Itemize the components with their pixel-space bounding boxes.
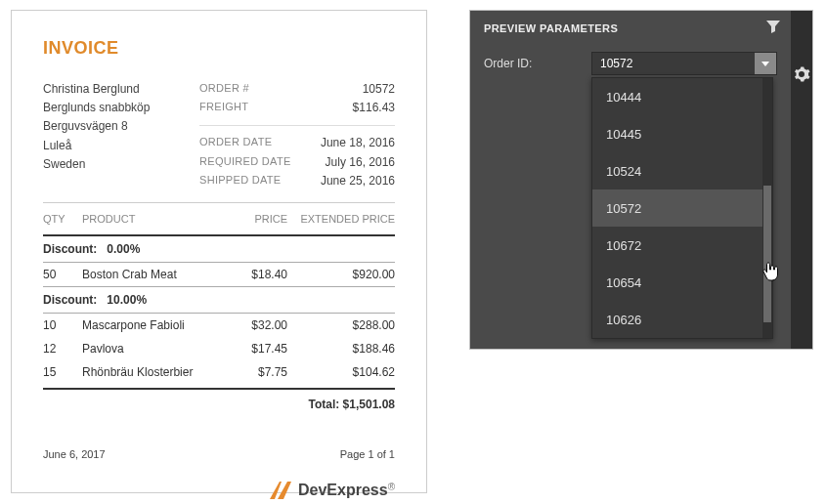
order-id-dropdown: 10444 10445 10524 10572 10672 10654 1062… — [591, 77, 773, 339]
gear-icon — [793, 65, 810, 83]
invoice-meta: Christina Berglund Berglunds snabbköp Be… — [43, 80, 395, 190]
order-date-value: June 18, 2016 — [321, 134, 395, 152]
line-ext: $288.00 — [287, 318, 395, 332]
freight-label: FREIGHT — [199, 99, 248, 117]
line-qty: 15 — [43, 365, 82, 379]
order-num-value: 10572 — [363, 80, 395, 99]
footer-page: Page 1 of 1 — [340, 448, 395, 460]
dropdown-option-selected[interactable]: 10572 — [592, 189, 762, 227]
order-id-label: Order ID: — [484, 57, 582, 70]
dropdown-list: 10444 10445 10524 10572 10672 10654 1062… — [592, 78, 762, 338]
order-id-field: Order ID: — [484, 52, 777, 75]
dropdown-option[interactable]: 10626 — [592, 301, 762, 338]
col-extended: EXTENDED PRICE — [287, 213, 395, 225]
dropdown-option[interactable]: 10654 — [592, 264, 762, 301]
line-qty: 12 — [43, 342, 82, 356]
discount-label: Discount: — [43, 242, 97, 256]
invoice-document: INVOICE Christina Berglund Berglunds sna… — [11, 10, 427, 493]
line-price: $17.45 — [219, 342, 287, 356]
col-qty: QTY — [43, 213, 82, 225]
line-ext: $188.46 — [287, 342, 395, 356]
svg-marker-2 — [761, 62, 769, 66]
line-ext: $104.62 — [287, 365, 395, 379]
panel-title: PREVIEW PARAMETERS — [484, 22, 777, 34]
shipped-date-label: SHIPPED DATE — [199, 172, 281, 190]
discount-row: Discount: 0.00% — [43, 236, 395, 262]
discount-value: 0.00% — [107, 242, 140, 256]
line-item-headers: QTY PRODUCT PRICE EXTENDED PRICE — [43, 203, 395, 231]
filter-icon[interactable] — [765, 19, 781, 37]
line-product: Rhönbräu Klosterbier — [82, 365, 219, 379]
order-num-label: ORDER # — [199, 80, 249, 99]
required-date-label: REQUIRED DATE — [199, 153, 291, 172]
col-price: PRICE — [219, 213, 287, 225]
line-item: 50 Boston Crab Meat $18.40 $920.00 — [43, 263, 395, 286]
order-id-input[interactable] — [592, 53, 755, 74]
brand-text: DevExpress — [298, 482, 388, 498]
dropdown-scrollbar[interactable] — [762, 78, 772, 338]
discount-row: Discount: 10.00% — [43, 287, 395, 313]
chevron-down-icon — [761, 62, 769, 66]
line-price: $18.40 — [219, 268, 287, 281]
combo-dropdown-button[interactable] — [755, 53, 776, 74]
discount-value: 10.00% — [107, 293, 147, 307]
line-qty: 50 — [43, 268, 82, 281]
freight-value: $116.43 — [353, 99, 395, 117]
customer-company: Berglunds snabbköp — [43, 99, 190, 117]
customer-block: Christina Berglund Berglunds snabbköp Be… — [43, 80, 190, 190]
line-product: Pavlova — [82, 342, 219, 356]
side-rail — [791, 11, 812, 349]
col-product: PRODUCT — [82, 213, 219, 225]
order-meta-block: ORDER #10572 FREIGHT$116.43 ORDER DATEJu… — [199, 80, 395, 190]
order-id-combo[interactable] — [591, 52, 777, 75]
settings-button[interactable] — [793, 65, 810, 86]
preview-parameters-panel: PREVIEW PARAMETERS Order ID: 10444 10445… — [469, 10, 813, 350]
total-label: Total: — [308, 398, 339, 411]
devexpress-icon — [270, 482, 291, 499]
dropdown-option[interactable]: 10444 — [592, 78, 762, 115]
customer-city: Luleå — [43, 137, 190, 155]
shipped-date-value: June 25, 2016 — [321, 172, 395, 190]
footer-date: June 6, 2017 — [43, 448, 106, 460]
discount-label: Discount: — [43, 293, 97, 307]
line-price: $7.75 — [219, 365, 287, 379]
required-date-value: July 16, 2016 — [326, 153, 395, 172]
brand-logo: DevExpress® — [43, 482, 395, 499]
dropdown-option[interactable]: 10445 — [592, 115, 762, 152]
dropdown-option[interactable]: 10524 — [592, 152, 762, 189]
line-item: 10 Mascarpone Fabioli $32.00 $288.00 — [43, 314, 395, 337]
line-price: $32.00 — [219, 318, 287, 332]
line-qty: 10 — [43, 318, 82, 332]
customer-street: Berguvsvägen 8 — [43, 117, 190, 136]
line-item: 15 Rhönbräu Klosterbier $7.75 $104.62 — [43, 360, 395, 384]
line-item: 12 Pavlova $17.45 $188.46 — [43, 337, 395, 360]
invoice-heading: INVOICE — [43, 38, 395, 59]
order-date-label: ORDER DATE — [199, 134, 272, 152]
invoice-footer: June 6, 2017 Page 1 of 1 — [43, 448, 395, 460]
line-ext: $920.00 — [287, 268, 395, 281]
customer-country: Sweden — [43, 155, 190, 174]
scrollbar-thumb[interactable] — [763, 186, 771, 322]
dropdown-option[interactable]: 10672 — [592, 227, 762, 264]
line-product: Boston Crab Meat — [82, 268, 219, 281]
total-value: $1,501.08 — [343, 398, 395, 411]
invoice-total: Total: $1,501.08 — [43, 390, 395, 411]
registered-mark: ® — [388, 482, 395, 492]
customer-name: Christina Berglund — [43, 80, 190, 99]
line-product: Mascarpone Fabioli — [82, 318, 219, 332]
